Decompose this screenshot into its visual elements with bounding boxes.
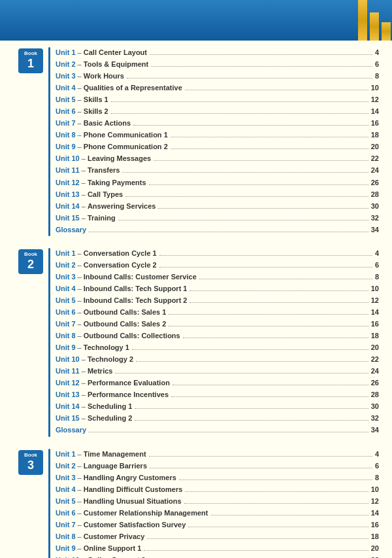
unit-text-b3-3: Unit 4 — [56, 485, 76, 493]
entry-label-b2-2: Unit 3 – Inbound Calls: Customer Service — [56, 271, 197, 283]
unit-text-b1-11: Unit 12 — [56, 179, 80, 186]
unit-text-b2-7: Unit 8 — [56, 332, 76, 340]
glossary-label: Glossary — [56, 224, 86, 235]
unit-text-b1-5: Unit 6 — [56, 107, 76, 115]
dots-b1-2 — [127, 78, 372, 78]
page-num-b1-8: 20 — [371, 141, 379, 152]
dash-b2-8: – — [76, 343, 84, 351]
unit-text-b2-6: Unit 7 — [56, 320, 76, 328]
page-num-b2-10: 24 — [371, 366, 379, 377]
title-text-b1-3: Qualities of a Representative — [84, 84, 182, 92]
dots-b2-8 — [132, 349, 368, 350]
entry-label-b1-10: Unit 11 – Transfers — [56, 165, 120, 176]
unit-text-b2-0: Unit 1 — [56, 249, 76, 257]
page-num-b1-3: 10 — [371, 82, 379, 94]
dots-b2-10 — [115, 373, 368, 374]
page-num-b2-3: 10 — [371, 283, 379, 294]
title-text-b1-2: Work Hours — [84, 72, 124, 80]
unit-text-b1-7: Unit 8 — [56, 131, 76, 139]
dots-b1-10 — [122, 172, 368, 173]
title-text-b1-13: Answering Services — [88, 202, 156, 210]
dash-b1-5: – — [76, 107, 84, 115]
dash-b3-6: – — [76, 521, 84, 529]
unit-text-b2-4: Unit 5 — [56, 296, 76, 304]
dots-b1-4 — [111, 101, 368, 102]
toc-entry-b3-0: Unit 1 – Time Management 4 — [56, 449, 379, 460]
book-section-2: Book2 Unit 1 – Conversation Cycle 1 4 Un… — [13, 248, 379, 437]
unit-text-b1-1: Unit 2 — [56, 60, 76, 68]
title-text-b2-5: Outbound Calls: Sales 1 — [84, 308, 167, 316]
entry-label-b2-13: Unit 14 – Scheduling 1 — [56, 401, 132, 412]
dots-b3-1 — [150, 468, 372, 468]
dash-b1-13: – — [80, 202, 88, 210]
page-num-b1-5: 14 — [371, 106, 379, 117]
title-text-b3-2: Handling Angry Customers — [84, 474, 176, 481]
toc-entry-b3-7: Unit 8 – Customer Privacy 18 — [56, 531, 379, 542]
entry-label-b3-8: Unit 9 – Online Support 1 — [56, 543, 141, 554]
entry-label-b2-6: Unit 7 – Outbound Calls: Sales 2 — [56, 319, 166, 330]
book-section-3: Book3 Unit 1 – Time Management 4 Unit 2 … — [13, 449, 379, 559]
title-text-b1-12: Call Types — [88, 190, 123, 198]
dots-b1-8 — [171, 148, 368, 149]
page-num-b2-5: 14 — [371, 307, 379, 318]
toc-entry-b1-7: Unit 8 – Phone Communication 1 18 — [56, 130, 379, 141]
toc-entry-b2-6: Unit 7 – Outbound Calls: Sales 2 16 — [56, 319, 379, 330]
unit-text-b3-7: Unit 8 — [56, 532, 76, 540]
toc-entry-b1-11: Unit 12 – Taking Payments 26 — [56, 177, 379, 188]
title-text-b3-7: Customer Privacy — [84, 532, 145, 540]
page-num-b3-1: 6 — [375, 461, 379, 472]
entry-label-b1-1: Unit 2 – Tools & Equipment — [56, 59, 148, 70]
toc-entry-b1-4: Unit 5 – Skills 1 12 — [56, 94, 379, 105]
title-text-b2-1: Conversation Cycle 2 — [84, 261, 157, 269]
dash-b3-0: – — [76, 450, 84, 458]
dots-b3-0 — [149, 456, 372, 457]
dots-b2-6 — [169, 326, 368, 326]
dots-b3-7 — [147, 538, 368, 539]
dash-b2-12: – — [80, 391, 88, 398]
entry-label-b1-5: Unit 6 – Skills 2 — [56, 106, 108, 117]
title-text-b2-13: Scheduling 1 — [88, 402, 132, 410]
toc-entry-b3-5: Unit 6 – Customer Relationship Managemen… — [56, 508, 379, 519]
unit-text-b1-0: Unit 1 — [56, 48, 76, 56]
page-num-b2-7: 18 — [371, 330, 379, 341]
entry-label-b2-10: Unit 11 – Metrics — [56, 366, 112, 377]
vertical-line-2 — [48, 248, 50, 437]
toc-entry-b1-0: Unit 1 – Call Center Layout 4 — [56, 47, 379, 58]
unit-text-b1-9: Unit 10 — [56, 154, 80, 162]
dots-b3-2 — [179, 480, 372, 480]
title-text-b1-7: Phone Communication 1 — [84, 131, 168, 139]
dash-b3-5: – — [76, 509, 84, 517]
title-text-b2-2: Inbound Calls: Customer Service — [84, 273, 197, 281]
dots — [89, 232, 368, 232]
entry-label-b2-11: Unit 12 – Performance Evaluation — [56, 377, 170, 389]
entry-label-b1-14: Unit 15 – Training — [56, 213, 116, 224]
dash-b3-7: – — [76, 532, 84, 540]
title-text-b1-0: Call Center Layout — [84, 48, 147, 56]
gold-bar-2 — [370, 12, 379, 41]
page-number: 34 — [371, 425, 379, 436]
title-text-b2-7: Outbound Calls: Collections — [84, 332, 180, 340]
unit-text-b1-14: Unit 15 — [56, 214, 80, 222]
page-num-b1-1: 6 — [375, 59, 379, 70]
book-section-1: Book1 Unit 1 – Call Center Layout 4 Unit… — [13, 47, 379, 236]
unit-text-b3-6: Unit 7 — [56, 521, 76, 529]
dash-b2-2: – — [76, 273, 84, 281]
page-num-b2-14: 32 — [371, 413, 379, 424]
dash-b2-1: – — [76, 261, 84, 269]
page-num-b2-13: 30 — [371, 401, 379, 412]
page-num-b1-4: 12 — [371, 94, 379, 105]
entry-label-b2-3: Unit 4 – Inbound Calls: Tech Support 1 — [56, 283, 187, 294]
unit-text-b2-11: Unit 12 — [56, 379, 80, 387]
entries-col-2: Unit 1 – Conversation Cycle 1 4 Unit 2 –… — [56, 248, 379, 437]
gold-bar-3 — [382, 22, 391, 41]
dash-b2-6: – — [76, 320, 84, 328]
dash-b2-13: – — [80, 402, 88, 410]
title-text-b1-10: Transfers — [88, 166, 120, 174]
toc-entry-b2-15: Glossary 34 — [56, 425, 379, 436]
toc-entry-b1-15: Glossary 34 — [56, 224, 379, 235]
dots-b2-0 — [159, 255, 372, 256]
toc-entry-b2-14: Unit 15 – Scheduling 2 32 — [56, 413, 379, 424]
entry-label-b1-12: Unit 13 – Call Types — [56, 189, 123, 200]
title-text-b2-14: Scheduling 2 — [88, 414, 132, 422]
toc-entry-b3-8: Unit 9 – Online Support 1 20 — [56, 543, 379, 554]
